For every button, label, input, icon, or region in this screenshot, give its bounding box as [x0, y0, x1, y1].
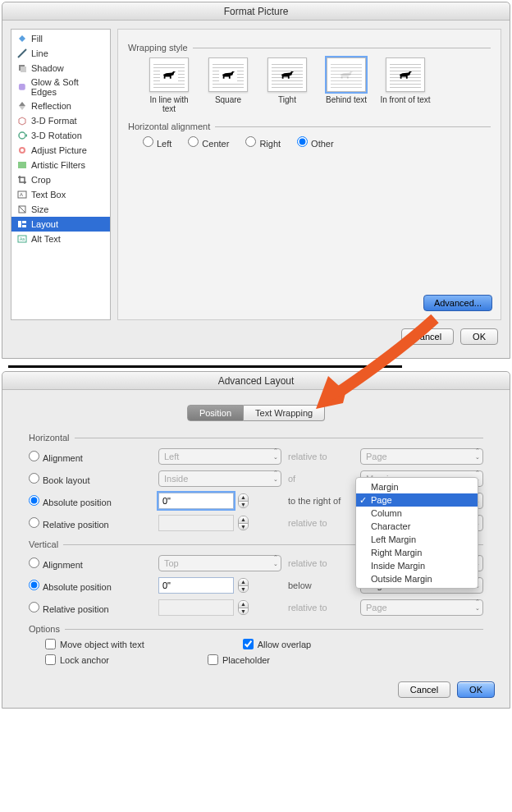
halign-other[interactable]: Other: [297, 136, 334, 149]
sidebar-item-artistic[interactable]: Artistic Filters: [11, 158, 110, 172]
v-absolute-radio[interactable]: Absolute position: [29, 580, 112, 592]
sidebar-label: Artistic Filters: [31, 160, 85, 170]
advanced-layout-window: Advanced Layout Position Text Wrapping H…: [2, 371, 510, 709]
halign-label: Horizontal alignment: [128, 122, 210, 131]
wrap-infront[interactable]: In front of text: [379, 57, 432, 113]
wrap-label: Square: [202, 95, 254, 104]
ok-button[interactable]: OK: [457, 681, 495, 698]
wrap-tight[interactable]: Tight: [261, 57, 313, 113]
h-relative-input[interactable]: [158, 515, 234, 531]
sidebar-label: Adjust Picture: [31, 145, 87, 155]
halign-right[interactable]: Right: [245, 136, 281, 149]
v-relative-rel-select[interactable]: Page: [360, 599, 483, 616]
step-up-icon[interactable]: ▲: [239, 516, 248, 523]
wrap-inline[interactable]: In line with text: [143, 57, 195, 113]
sidebar-label: Line: [31, 48, 48, 58]
h-relative-radio[interactable]: Relative position: [29, 517, 109, 530]
svg-text:A: A: [20, 192, 23, 197]
sidebar-item-fill[interactable]: Fill: [11, 31, 110, 46]
sidebar-item-adjust[interactable]: Adjust Picture: [11, 143, 110, 158]
halign-center[interactable]: Center: [188, 136, 229, 149]
rotation-icon: [16, 130, 28, 141]
h-relative-rel-label: relative to: [288, 518, 354, 528]
h-alignment-radio[interactable]: Alignment: [29, 451, 83, 463]
v-alignment-radio[interactable]: Alignment: [29, 557, 83, 570]
cube-icon: [16, 115, 28, 126]
h-book-select[interactable]: Inside: [158, 470, 281, 487]
svg-rect-12: [22, 221, 26, 223]
h-absolute-radio[interactable]: Absolute position: [29, 495, 112, 507]
dropdown-option[interactable]: Outside Margin: [356, 572, 478, 585]
cancel-button[interactable]: Cancel: [401, 328, 454, 345]
h-absolute-input[interactable]: [158, 493, 234, 509]
lock-anchor-check[interactable]: Lock anchor: [45, 654, 109, 665]
sidebar-item-layout[interactable]: Layout: [11, 217, 110, 232]
step-down-icon[interactable]: ▼: [239, 585, 248, 592]
ok-button[interactable]: OK: [460, 328, 498, 345]
wrap-label: In line with text: [143, 95, 195, 113]
step-up-icon[interactable]: ▲: [239, 579, 248, 585]
step-down-icon[interactable]: ▼: [239, 523, 248, 530]
stepper[interactable]: ▲▼: [238, 578, 249, 593]
fill-icon: [16, 33, 28, 44]
sidebar-item-alttext[interactable]: AaAlt Text: [11, 232, 110, 246]
v-relative-radio[interactable]: Relative position: [29, 602, 109, 614]
dropdown-option[interactable]: Left Margin: [356, 533, 478, 546]
sidebar-item-glow[interactable]: Glow & Soft Edges: [11, 76, 110, 99]
step-up-icon[interactable]: ▲: [239, 601, 248, 608]
dropdown-option[interactable]: Right Margin: [356, 546, 478, 559]
sidebar-item-line[interactable]: Line: [11, 46, 110, 61]
tab-position[interactable]: Position: [187, 405, 244, 421]
halign-left[interactable]: Left: [143, 136, 171, 149]
sidebar-label: 3-D Rotation: [31, 131, 82, 140]
wrap-behind[interactable]: Behind text: [320, 57, 373, 113]
svg-point-4: [19, 132, 25, 139]
h-book-radio[interactable]: Book layout: [29, 473, 89, 485]
v-absolute-input[interactable]: [158, 577, 234, 594]
dropdown-option[interactable]: Character: [356, 520, 478, 533]
v-alignment-select[interactable]: Top: [158, 555, 281, 571]
dropdown-option[interactable]: Page: [356, 493, 478, 507]
step-up-icon[interactable]: ▲: [239, 494, 248, 501]
sidebar-item-reflection[interactable]: Reflection: [11, 99, 110, 113]
sidebar-item-3drotation[interactable]: 3-D Rotation: [11, 128, 110, 143]
dropdown-option[interactable]: Column: [356, 507, 478, 520]
stepper[interactable]: ▲▼: [238, 516, 249, 530]
svg-rect-2: [21, 67, 26, 72]
sidebar-label: Shadow: [31, 63, 64, 73]
divider: [8, 365, 402, 368]
crop-icon: [16, 174, 28, 186]
shadow-icon: [16, 62, 28, 74]
step-down-icon[interactable]: ▼: [239, 608, 248, 614]
h-alignment-rel-select[interactable]: Page: [360, 448, 483, 465]
sidebar-item-crop[interactable]: Crop: [11, 172, 110, 187]
sidebar-item-3dformat[interactable]: 3-D Format: [11, 113, 110, 128]
options-label: Options: [29, 624, 60, 634]
line-icon: [16, 48, 28, 59]
placeholder-check[interactable]: Placeholder: [208, 654, 270, 665]
wrapping-style-label: Wrapping style: [128, 43, 188, 53]
sidebar-item-shadow[interactable]: Shadow: [11, 61, 110, 76]
tab-text-wrapping[interactable]: Text Wrapping: [244, 405, 325, 421]
step-down-icon[interactable]: ▼: [239, 501, 248, 507]
v-relative-input[interactable]: [158, 599, 234, 616]
wrap-square[interactable]: Square: [202, 57, 254, 113]
layout-icon: [16, 218, 28, 230]
dropdown-option[interactable]: Margin: [356, 480, 478, 493]
vertical-label: Vertical: [29, 539, 58, 549]
allow-overlap-check[interactable]: Allow overlap: [243, 639, 311, 649]
stepper[interactable]: ▲▼: [238, 600, 249, 615]
relative-to-dropdown[interactable]: Margin Page Column Character Left Margin…: [355, 477, 478, 589]
sidebar-item-size[interactable]: Size: [11, 202, 110, 217]
reflection-icon: [16, 100, 28, 112]
sidebar-label: Glow & Soft Edges: [31, 77, 105, 97]
advanced-button[interactable]: Advanced...: [423, 295, 492, 311]
h-alignment-select[interactable]: Left: [158, 448, 281, 465]
sidebar-item-textbox[interactable]: AText Box: [11, 187, 110, 202]
wrap-label: Tight: [261, 95, 313, 104]
artistic-icon: [16, 159, 28, 171]
move-with-text-check[interactable]: Move object with text: [45, 639, 144, 649]
cancel-button[interactable]: Cancel: [398, 681, 450, 698]
dropdown-option[interactable]: Inside Margin: [356, 559, 478, 572]
stepper[interactable]: ▲▼: [238, 493, 249, 508]
